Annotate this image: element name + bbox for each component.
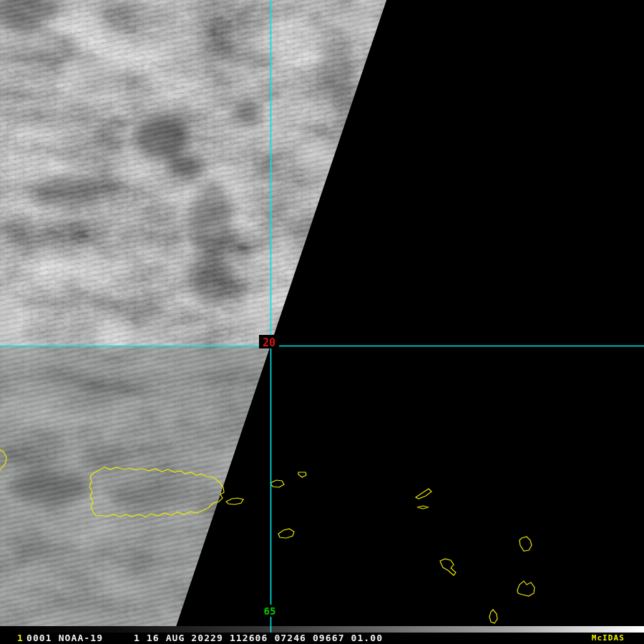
status-bar: 1 0001 NOAA-19 1 16 AUG 20229 112606 072… [0,633,644,644]
frame-indicator[interactable]: 1 [17,633,24,644]
longitude-label: 65 [264,605,276,617]
mcidas-display: 20 65 1 0001 NOAA-19 1 16 AUG 20229 1126… [0,0,644,644]
brightness-wedge [0,626,644,633]
latitude-label: 20 [263,336,275,349]
frame-info-text: 0001 NOAA-19 [26,633,103,644]
mcidas-brand-label: McIDAS [592,633,625,644]
image-info-text: 1 16 AUG 20229 112606 07246 09667 01.00 [134,633,383,644]
satellite-image-canvas[interactable]: 20 65 [0,0,644,633]
